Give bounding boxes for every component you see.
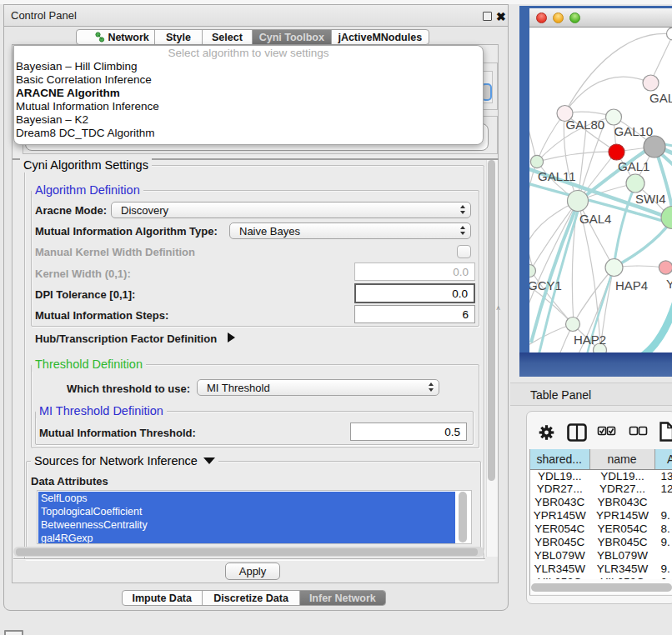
svg-text:SWI4: SWI4 [635,192,666,206]
svg-text:GAL7: GAL7 [649,91,672,105]
svg-text:GAL80: GAL80 [565,118,604,132]
svg-text:HAP2: HAP2 [574,332,606,347]
svg-text:GAL11: GAL11 [538,169,576,183]
svg-text:GAL4: GAL4 [579,212,611,226]
svg-text:GAL10: GAL10 [614,124,653,138]
svg-text:Y: Y [666,277,672,291]
svg-text:GCY1: GCY1 [529,278,562,292]
svg-text:HAP4: HAP4 [615,278,648,292]
svg-text:GAL1: GAL1 [618,159,649,173]
